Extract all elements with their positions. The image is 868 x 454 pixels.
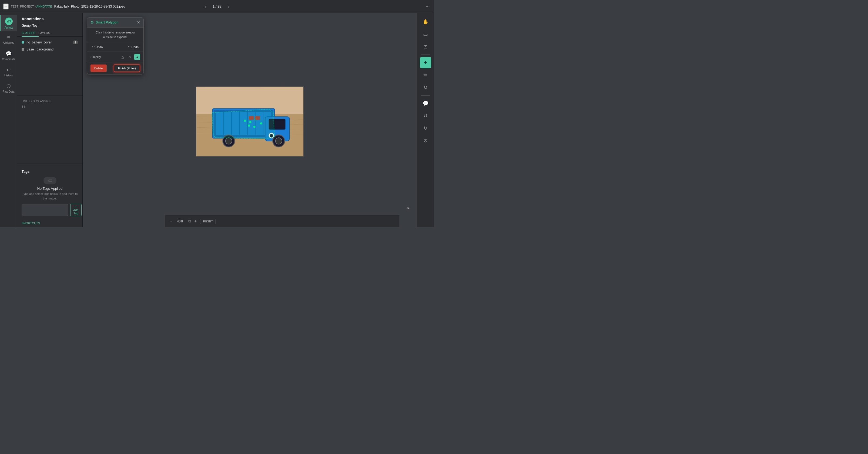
- zoom-out-button[interactable]: −: [169, 219, 172, 224]
- class-item-no-battery-cover[interactable]: no_battery_cover 1: [17, 39, 82, 46]
- sp-title-row: ⚙ Smart Polygon: [91, 20, 119, 25]
- prev-page-button[interactable]: ‹: [203, 3, 208, 10]
- sp-undo-icon: ↩: [92, 45, 95, 48]
- sp-finish-button[interactable]: Finish (Enter): [114, 65, 140, 72]
- class-name-background: Base : background: [27, 47, 78, 51]
- next-page-button[interactable]: ›: [226, 3, 231, 10]
- history-icon: ↩: [6, 67, 10, 73]
- sp-undo-label: Undo: [96, 45, 103, 48]
- sp-title: Smart Polygon: [96, 21, 119, 24]
- main-layout: 🏷 Annots ≡ Attributes 💬 Comments ↩ Histo…: [0, 13, 434, 227]
- comments-icon: 💬: [6, 51, 11, 57]
- sidebar-item-comments[interactable]: 💬 Comments: [0, 47, 17, 64]
- panel-tabs: CLASSES LAYERS: [17, 30, 82, 37]
- zoom-reset-button[interactable]: RESET: [200, 219, 216, 224]
- zoom-value: 40%: [175, 220, 185, 223]
- sp-simplify-tri-icon[interactable]: △: [120, 55, 125, 59]
- theme-toggle-button[interactable]: ☀: [403, 203, 413, 213]
- sp-redo-label: Redo: [131, 45, 138, 48]
- svg-marker-34: [212, 109, 275, 139]
- panel-divider: [17, 96, 82, 96]
- filename-label: KakaoTalk_Photo_2023-12-28-16-38-33 002.…: [54, 5, 125, 8]
- class-dot-no-battery-cover: [22, 41, 24, 44]
- attributes-icon: ≡: [7, 35, 10, 40]
- page-indicator: 1 / 28: [213, 4, 221, 8]
- sp-simplify-row: Simplify △ ◇ ★: [87, 52, 144, 62]
- zoom-bar: − 40% ⧉ + RESET: [165, 215, 399, 227]
- zoom-copy-button[interactable]: ⧉: [188, 219, 191, 224]
- svg-point-31: [225, 138, 232, 144]
- canvas-image[interactable]: [196, 86, 304, 157]
- sp-header: ⚙ Smart Polygon ✕: [87, 18, 144, 28]
- class-dot-background: [22, 48, 24, 51]
- shortcuts-button[interactable]: SHORTCUTS: [17, 220, 82, 227]
- topbar: ← TEST_PROJECT › ANNOTATE KakaoTalk_Phot…: [0, 0, 434, 13]
- sp-simplify-diamond-icon[interactable]: ◇: [127, 55, 132, 59]
- group-label: Group:: [22, 24, 32, 28]
- panel-group: Group: Toy: [17, 24, 82, 30]
- raw-data-icon: ⬡: [6, 83, 11, 89]
- page-total: 28: [217, 4, 221, 8]
- sp-delete-button[interactable]: Delete: [91, 65, 107, 72]
- unused-count: 11: [17, 104, 82, 109]
- right-tools-divider: [421, 55, 430, 55]
- attributes-label: Attributes: [3, 41, 14, 44]
- sp-icon: ⚙: [91, 20, 94, 25]
- no-tags-desc: Type and select tags below to add them t…: [22, 192, 78, 200]
- sp-buttons-row: Delete Finish (Enter): [87, 62, 144, 74]
- panel-title: Annotations: [17, 13, 82, 24]
- history-label: History: [4, 74, 13, 77]
- zoom-in-button[interactable]: +: [194, 219, 196, 224]
- tag-input-row: + Add Tag: [22, 204, 78, 216]
- raw-data-label: Raw Data: [3, 90, 14, 93]
- class-name-no-battery-cover: no_battery_cover: [27, 40, 70, 44]
- sp-redo-button[interactable]: ↪ Redo: [126, 44, 140, 50]
- sidebar-item-raw-data[interactable]: ⬡ Raw Data: [0, 80, 17, 96]
- tag-icon: 🏷: [48, 178, 52, 184]
- sidebar-item-attributes[interactable]: ≡ Attributes: [0, 31, 17, 47]
- tool-crop-button[interactable]: ⊡: [420, 41, 431, 52]
- add-tag-button[interactable]: + Add Tag: [70, 204, 82, 216]
- sidebar-item-history[interactable]: ↩ History: [0, 64, 17, 80]
- tag-input[interactable]: [22, 204, 68, 216]
- class-list: no_battery_cover 1 Base : background: [17, 37, 82, 93]
- group-value: Toy: [32, 24, 37, 28]
- sp-close-button[interactable]: ✕: [137, 20, 140, 25]
- tool-undo2-button[interactable]: ↺: [420, 110, 431, 122]
- tab-classes[interactable]: CLASSES: [22, 30, 39, 37]
- no-tags-title: No Tags Applied: [22, 187, 78, 191]
- mode-label: ANNOTATE: [36, 5, 52, 8]
- tool-rect-button[interactable]: ▭: [420, 29, 431, 40]
- canvas-area[interactable]: ⚙ Smart Polygon ✕ Click inside to remove…: [83, 13, 417, 227]
- sp-instruction: Click inside to remove area or outside t…: [87, 28, 144, 42]
- right-tools-divider-2: [421, 95, 430, 96]
- tool-redo-button[interactable]: ↻: [420, 82, 431, 93]
- more-options-icon[interactable]: ···: [426, 3, 430, 9]
- canvas-image-container: [196, 86, 304, 157]
- sp-undo-button[interactable]: ↩ Undo: [91, 44, 104, 50]
- tab-layers[interactable]: LAYERS: [39, 30, 54, 37]
- tool-comment-button[interactable]: 💬: [420, 98, 431, 109]
- pagination-controls: ‹ 1 / 28 ›: [203, 3, 231, 10]
- class-count-no-battery-cover: 1: [73, 40, 78, 44]
- sp-simplify-star-icon[interactable]: ★: [134, 54, 140, 60]
- tool-smart-polygon-button[interactable]: ✦: [420, 57, 431, 68]
- tool-compass-button[interactable]: ⊘: [420, 135, 431, 146]
- back-button[interactable]: ←: [3, 3, 9, 9]
- sp-simplify-label: Simplify: [91, 55, 118, 59]
- sp-actions: ↩ Undo ↪ Redo: [87, 42, 144, 52]
- right-toolbar: ✋ ▭ ⊡ ✦ ✏ ↻ 💬 ↺ ↻ ⊘: [417, 13, 434, 227]
- tags-label: Tags: [22, 169, 78, 173]
- tool-pen-button[interactable]: ✏: [420, 69, 431, 81]
- smart-polygon-popup: ⚙ Smart Polygon ✕ Click inside to remove…: [87, 17, 144, 74]
- annots-icon: 🏷: [5, 18, 13, 25]
- project-label: TEST_PROJECT: [11, 5, 34, 8]
- unused-classes-label: UNUSED CLASSES: [17, 98, 82, 104]
- annotations-panel: Annotations Group: Toy CLASSES LAYERS no…: [17, 13, 83, 227]
- tool-redo2-button[interactable]: ↻: [420, 123, 431, 134]
- no-tags-icon: 🏷: [43, 177, 57, 184]
- class-item-background[interactable]: Base : background: [17, 46, 82, 53]
- sidebar-item-annots[interactable]: 🏷 Annots: [0, 15, 17, 31]
- tags-section: Tags 🏷 No Tags Applied Type and select t…: [17, 166, 82, 220]
- tool-hand-button[interactable]: ✋: [420, 16, 431, 28]
